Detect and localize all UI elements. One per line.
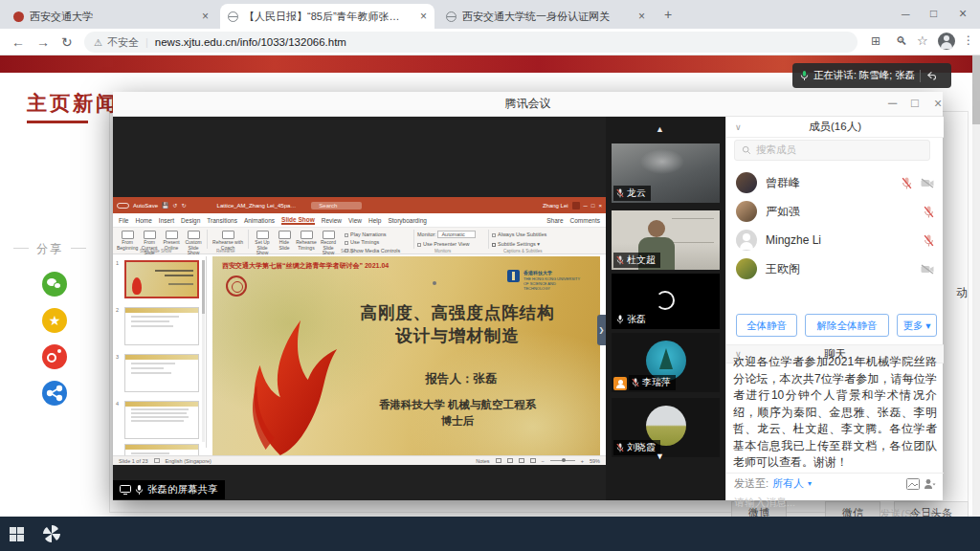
screen-share-view: AutoSave 💾↺↻ Lattice_AM_Zhang Lei_45pa… … <box>113 117 606 500</box>
address-bar[interactable]: ⚠ 不安全 | news.xjtu.edu.cn/info/1033/13206… <box>84 32 858 53</box>
close-icon[interactable]: × <box>638 10 645 23</box>
tab-xjtu[interactable]: 西安交通大学 × <box>6 4 216 29</box>
page-scrollbar[interactable] <box>972 55 980 517</box>
ppt-tab-transitions: Transitions <box>207 217 237 224</box>
browser-minimize-button[interactable]: ─ <box>902 9 910 20</box>
member-name: 王欧阁 <box>766 261 912 277</box>
member-row[interactable]: 曾群峰 <box>726 168 944 197</box>
video-tile-liuxiaoxia[interactable]: 刘晓霞 <box>612 398 720 457</box>
ppt-rehearse-with-coach: Rehearse with Coach <box>211 231 245 251</box>
zoom-glass-icon[interactable]: 🔍︎ <box>896 34 907 48</box>
new-tab-button[interactable]: + <box>664 7 672 22</box>
wechat-share-icon[interactable] <box>42 272 67 297</box>
group-start-slide-show: Start Slide Show <box>140 249 171 253</box>
collapse-chevron-icon[interactable]: ∨ <box>735 122 742 132</box>
ppt-always-use-subtitles: Always Use Subtitles <box>492 231 546 237</box>
sidebar-collapse-handle[interactable]: ❯ <box>597 315 606 345</box>
avatar <box>736 201 757 222</box>
page-stray-text: 动 <box>956 285 968 301</box>
ppt-hide-slide: Hide Slide <box>274 231 295 251</box>
autosave-toggle <box>117 203 129 209</box>
group-captions: Captions & Subtitles <box>503 249 543 253</box>
member-row[interactable]: 严如强 <box>726 197 944 226</box>
avatar <box>736 172 757 193</box>
ppt-user-name: Zhang Lei <box>543 203 568 209</box>
mic-icon <box>800 70 809 81</box>
profile-avatar[interactable] <box>938 33 955 50</box>
slide-title: 高刚度、高强度点阵结构 设计与增材制造 <box>323 302 592 347</box>
meeting-minimize-icon[interactable]: ─ <box>888 97 897 110</box>
generic-share-icon[interactable] <box>42 381 67 406</box>
avatar <box>736 258 757 279</box>
ppt-tab-review: Review <box>322 217 342 224</box>
private-chat-icon[interactable] <box>924 478 936 490</box>
mic-muted-icon <box>924 234 934 247</box>
scroll-up-icon[interactable]: ▲ <box>656 124 664 134</box>
start-button[interactable] <box>10 527 24 541</box>
qzone-star-icon[interactable]: ★ <box>42 308 67 333</box>
ppt-use-timings: Use Timings <box>345 238 400 246</box>
browser-maximize-button[interactable]: □ <box>930 8 937 19</box>
globe-favicon <box>446 11 457 22</box>
ppt-tab-help: Help <box>368 217 381 224</box>
weibo-share-icon[interactable] <box>42 344 67 369</box>
notes-toggle: Notes <box>476 458 489 464</box>
member-row[interactable]: Mingzhe Li <box>726 226 944 254</box>
extensions-icon[interactable]: ⊞ <box>871 34 880 48</box>
more-button[interactable]: 更多 ▾ <box>897 314 937 337</box>
tab-xjtu-auth[interactable]: 西安交通大学统一身份认证网关 × <box>438 4 653 29</box>
ppt-subtitle-settings: Subtitle Settings ▾ <box>492 241 540 247</box>
collapse-arrow-icon[interactable] <box>925 71 936 80</box>
ppt-from-beginning: From Beginning <box>117 231 138 251</box>
meeting-close-icon[interactable]: × <box>934 97 942 110</box>
back-icon[interactable]: ← <box>11 34 25 50</box>
send-to-label: 发送至: <box>734 476 768 491</box>
forward-icon[interactable]: → <box>36 34 50 50</box>
tab-title: 西安交通大学统一身份认证网关 <box>462 10 633 24</box>
video-tile-zhanglei[interactable]: 张磊 <box>612 274 720 329</box>
chat-input[interactable]: 请输入消息... <box>734 496 795 510</box>
tab-people-daily[interactable]: 【人民日报】“85后”青年教师张… × <box>220 4 434 29</box>
loading-spinner <box>656 291 675 310</box>
ppt-custom-slide-show: Custom Slide Show <box>183 231 204 256</box>
video-tile-liruiping[interactable]: 李瑞萍 <box>612 333 720 392</box>
screenshot-icon[interactable] <box>906 478 920 490</box>
globe-favicon <box>228 11 238 22</box>
mic-muted-icon <box>616 188 624 198</box>
meeting-maximize-icon[interactable]: □ <box>911 97 919 110</box>
video-tile-duwenchao[interactable]: 杜文超 <box>612 210 720 270</box>
reload-icon[interactable]: ↻ <box>61 34 73 50</box>
ppt-tab-insert: Insert <box>159 217 174 224</box>
video-tile-longyun[interactable]: 龙云 <box>612 143 720 203</box>
host-badge-icon <box>613 377 627 390</box>
close-icon[interactable]: × <box>202 10 209 23</box>
video-name-label: 李瑞萍 <box>629 375 676 390</box>
autosave-label: AutoSave <box>133 203 158 209</box>
divider <box>71 248 86 249</box>
member-name: 曾群峰 <box>766 175 893 191</box>
mic-on-icon <box>616 315 624 324</box>
tab-title: 【人民日报】“85后”青年教师张… <box>244 10 414 24</box>
unmute-all-button[interactable]: 解除全体静音 <box>805 314 889 337</box>
pinwheel-app-icon[interactable] <box>42 524 61 543</box>
thumb-number: 2 <box>116 307 119 313</box>
video-strip: ▲ 龙云 杜文超 张磊 <box>606 117 725 500</box>
screen-icon <box>120 485 131 495</box>
close-icon[interactable]: × <box>420 10 427 23</box>
slide-counter: Slide 1 of 23 <box>119 458 148 464</box>
member-search-input[interactable]: 搜索成员 <box>734 140 930 161</box>
browser-menu-icon[interactable]: ⋮ <box>963 33 974 47</box>
send-to-selector[interactable]: 所有人 <box>772 476 804 491</box>
page-scrollbar-thumb[interactable] <box>972 55 980 124</box>
bookmark-star-icon[interactable]: ☆ <box>917 33 928 48</box>
member-row[interactable]: 王欧阁 <box>726 254 944 283</box>
ppt-tab-view: View <box>348 217 362 224</box>
meeting-title-bar[interactable]: 腾讯会议 <box>113 92 943 117</box>
browser-close-button[interactable]: × <box>959 8 967 19</box>
mute-all-button[interactable]: 全体静音 <box>736 314 797 337</box>
camera-off-icon <box>921 178 934 188</box>
ppt-doc-title: Lattice_AM_Zhang Lei_45pa… <box>217 203 297 209</box>
search-placeholder: 搜索成员 <box>756 143 796 157</box>
speaking-toast: 正在讲话: 陈雪峰; 张磊 <box>792 63 951 88</box>
scroll-down-icon[interactable]: ▼ <box>656 452 664 461</box>
